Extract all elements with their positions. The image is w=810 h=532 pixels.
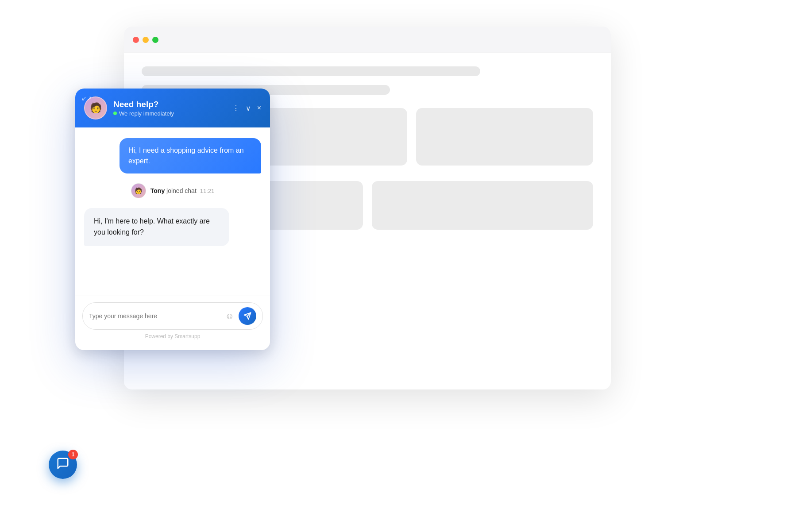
chat-launcher[interactable]: 1	[49, 451, 77, 479]
join-text: Tony joined chat 11:21	[150, 187, 214, 194]
chat-widget: ↙↗ 🧑 Need help? We reply immediately ⋮ ∨…	[75, 89, 270, 350]
browser-card-4	[372, 181, 593, 230]
agent-status: We reply immediately	[113, 110, 174, 117]
join-time: 11:21	[200, 188, 215, 194]
chat-input-row: ☺	[82, 302, 263, 330]
browser-titlebar	[124, 27, 611, 53]
chat-header: ↙↗ 🧑 Need help? We reply immediately ⋮ ∨…	[75, 89, 270, 127]
more-icon[interactable]: ⋮	[232, 104, 239, 112]
emoji-icon[interactable]: ☺	[225, 311, 234, 321]
tony-avatar: 🧑	[131, 183, 146, 198]
browser-dot-green[interactable]	[152, 37, 158, 43]
agent-info: Need help? We reply immediately	[113, 100, 174, 117]
browser-dot-red[interactable]	[133, 37, 139, 43]
outgoing-message: Hi, I need a shopping advice from an exp…	[120, 138, 261, 173]
join-action: joined chat	[166, 187, 197, 194]
status-dot-icon	[113, 112, 117, 115]
chat-launcher-icon	[56, 457, 69, 473]
status-text: We reply immediately	[119, 110, 174, 117]
incoming-message: Hi, I'm here to help. What exactly are y…	[84, 208, 229, 246]
agent-name: Need help?	[113, 100, 174, 109]
browser-bar-1	[142, 66, 480, 76]
join-notice: 🧑 Tony joined chat 11:21	[84, 181, 261, 201]
message-input[interactable]	[89, 312, 221, 320]
chat-input-area: ☺ Powered by Smartsupp	[75, 296, 270, 350]
browser-dot-yellow[interactable]	[143, 37, 149, 43]
chat-header-controls: ⋮ ∨ ×	[232, 104, 261, 112]
notification-badge: 1	[68, 450, 78, 459]
send-button[interactable]	[239, 307, 256, 325]
browser-card-2	[416, 108, 593, 166]
minimize-icon[interactable]: ∨	[246, 104, 251, 112]
join-agent-name: Tony	[150, 187, 165, 194]
close-icon[interactable]: ×	[257, 104, 261, 112]
resize-icon[interactable]: ↙↗	[81, 95, 92, 102]
chat-header-left: 🧑 Need help? We reply immediately	[84, 96, 174, 120]
chat-messages: Hi, I need a shopping advice from an exp…	[75, 127, 270, 296]
powered-by: Powered by Smartsupp	[82, 330, 263, 346]
